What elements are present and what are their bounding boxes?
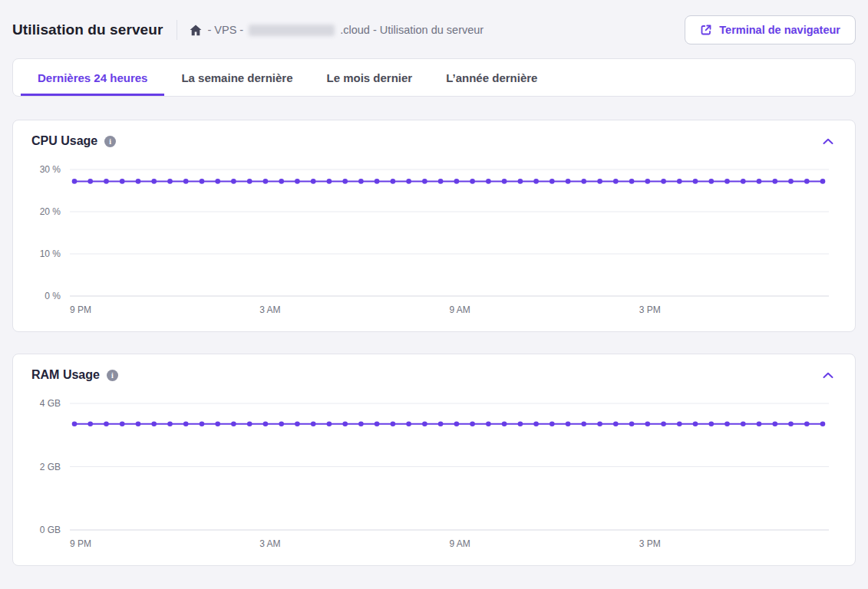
tab-last-month[interactable]: Le mois dernier: [310, 59, 430, 96]
browser-terminal-label: Terminal de navigateur: [719, 24, 840, 36]
chart-canvas: 4 GB2 GB0 GB9 PM3 AM9 AM3 PM: [31, 391, 837, 556]
breadcrumb-prefix: - VPS -: [207, 24, 243, 36]
tab-label: Le mois dernier: [327, 71, 413, 84]
breadcrumb-suffix: .cloud - Utilisation du serveur: [340, 24, 484, 36]
chevron-up-icon[interactable]: [820, 369, 837, 382]
svg-text:20 %: 20 %: [40, 206, 61, 217]
ram-card-header: RAM Usage i: [31, 368, 837, 382]
svg-text:2 GB: 2 GB: [40, 462, 61, 472]
top-bar: Utilisation du serveur - VPS - .cloud - …: [12, 15, 856, 44]
ram-usage-card: RAM Usage i 4 GB2 GB0 GB9 PM3 AM9 AM3 PM: [12, 354, 856, 566]
info-icon[interactable]: i: [104, 136, 116, 147]
ram-card-title: RAM Usage: [31, 368, 100, 382]
open-in-new-window-icon: [700, 24, 712, 36]
page-title: Utilisation du serveur: [12, 21, 163, 38]
tab-label: La semaine dernière: [181, 71, 292, 84]
svg-text:0 %: 0 %: [45, 291, 61, 301]
home-icon[interactable]: [190, 25, 202, 36]
cpu-usage-card: CPU Usage i 30 %20 %10 %0 %9 PM3 AM9 AM3…: [12, 120, 856, 332]
svg-text:30 %: 30 %: [40, 164, 61, 175]
svg-text:9 AM: 9 AM: [450, 304, 470, 315]
redacted-hostname: [249, 25, 335, 36]
tab-last-week[interactable]: La semaine dernière: [164, 59, 309, 96]
chevron-up-icon[interactable]: [820, 135, 837, 148]
svg-text:3 AM: 3 AM: [259, 304, 280, 315]
breadcrumb: - VPS - .cloud - Utilisation du serveur: [190, 24, 685, 36]
chart-canvas: 30 %20 %10 %0 %9 PM3 AM9 AM3 PM: [31, 157, 837, 322]
svg-text:10 %: 10 %: [40, 248, 61, 259]
title-divider: [177, 20, 177, 40]
svg-text:4 GB: 4 GB: [40, 398, 61, 409]
ram-usage-chart: 4 GB2 GB0 GB9 PM3 AM9 AM3 PM: [31, 391, 837, 556]
cpu-usage-chart: 30 %20 %10 %0 %9 PM3 AM9 AM3 PM: [31, 157, 837, 322]
svg-text:3 PM: 3 PM: [639, 304, 661, 315]
cpu-card-title: CPU Usage: [31, 134, 97, 148]
svg-text:0 GB: 0 GB: [40, 525, 61, 535]
cpu-card-header: CPU Usage i: [31, 134, 837, 148]
info-icon[interactable]: i: [107, 370, 118, 381]
svg-text:9 PM: 9 PM: [70, 538, 91, 549]
tab-last-year[interactable]: L’année dernière: [429, 59, 554, 96]
tab-label: Dernières 24 heures: [38, 71, 147, 84]
tab-last-24-hours[interactable]: Dernières 24 heures: [21, 59, 164, 96]
svg-text:9 AM: 9 AM: [450, 538, 470, 549]
period-tabs: Dernières 24 heures La semaine dernière …: [12, 58, 856, 97]
svg-text:3 AM: 3 AM: [259, 538, 280, 549]
browser-terminal-button[interactable]: Terminal de navigateur: [685, 15, 856, 44]
svg-text:9 PM: 9 PM: [70, 304, 91, 315]
svg-text:3 PM: 3 PM: [639, 538, 661, 549]
tab-label: L’année dernière: [446, 71, 537, 84]
